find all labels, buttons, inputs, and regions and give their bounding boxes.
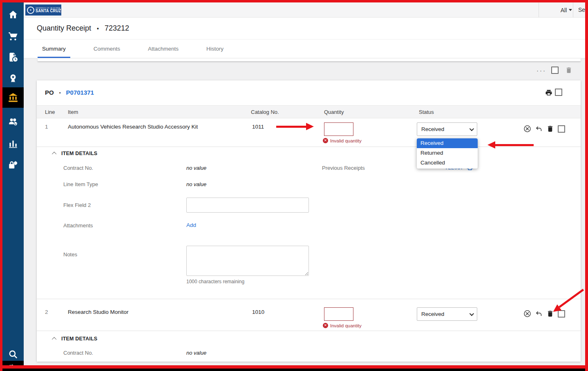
- top-bar: ✦ UNIVERSITY OF CALIFORNIA SANTA CRUZ Al…: [24, 2, 585, 18]
- topbar-divider: [573, 2, 573, 18]
- app-window: ✦ UNIVERSITY OF CALIFORNIA SANTA CRUZ Al…: [0, 0, 588, 371]
- main-navigation-sidebar: [2, 2, 24, 361]
- dropdown-option-received[interactable]: Received: [417, 138, 478, 148]
- chevron-down-icon: [470, 311, 474, 315]
- tab-summary[interactable]: Summary: [38, 40, 70, 58]
- characters-remaining-hint: 1000 characters remaining: [186, 279, 244, 284]
- annotation-arrow-dropdown: [487, 141, 534, 149]
- row1-quantity-error: ✕ Invalid quantity: [323, 138, 362, 143]
- nav-home-icon[interactable]: [2, 6, 24, 24]
- flex-field-2-input[interactable]: [186, 198, 309, 213]
- ucsc-logo[interactable]: ✦ UNIVERSITY OF CALIFORNIA SANTA CRUZ: [25, 4, 61, 16]
- page-header: Quantity Receipt • 723212: [24, 18, 585, 39]
- annotation-border: [0, 365, 588, 369]
- po-number-link[interactable]: P0701371: [66, 89, 94, 96]
- row2-status-select[interactable]: Received: [417, 307, 477, 321]
- item-details-title: ITEM DETAILS: [61, 151, 97, 156]
- contract-no-label: Contract No.: [63, 350, 93, 356]
- row1-item-name: Autonomous Vehicles Research Studio Acce…: [68, 124, 198, 130]
- tab-comments[interactable]: Comments: [89, 40, 125, 58]
- contract-no-label: Contract No.: [63, 165, 93, 171]
- previous-receipts-label: Previous Receipts: [322, 165, 365, 171]
- row1-cancel-line-icon[interactable]: [523, 125, 531, 133]
- row2-cancel-line-icon[interactable]: [523, 310, 531, 318]
- select-all-checkbox[interactable]: [551, 67, 559, 74]
- col-line: Line: [45, 109, 55, 115]
- error-icon: ✕: [323, 323, 328, 328]
- scroll-header-edge: [38, 58, 581, 61]
- notes-textarea[interactable]: [186, 246, 309, 276]
- row2-item-name: Research Studio Monitor: [68, 309, 129, 315]
- row1-return-line-icon[interactable]: [535, 125, 543, 133]
- row1-line-number: 1: [45, 124, 48, 130]
- receipt-toolbar: ···: [0, 66, 585, 76]
- tab-history[interactable]: History: [202, 40, 228, 58]
- row1-catalog-no: 1011: [252, 124, 264, 130]
- row-divider: [37, 299, 581, 299]
- status-dropdown-menu: Received Returned Cancelled: [417, 138, 478, 169]
- ucsc-seal-icon: ✦: [27, 7, 34, 14]
- row1-delete-line-icon[interactable]: [546, 125, 554, 133]
- row2-quantity-error: ✕ Invalid quantity: [323, 323, 362, 328]
- tab-attachments[interactable]: Attachments: [143, 40, 183, 58]
- add-attachment-link[interactable]: Add: [186, 222, 196, 228]
- title-bullet: •: [97, 25, 99, 32]
- col-status: Status: [419, 109, 434, 115]
- nav-orders-icon[interactable]: [2, 48, 24, 66]
- delete-receipt-icon[interactable]: [565, 67, 572, 74]
- annotation-border: [585, 0, 588, 371]
- logo-campus-text: SANTA CRUZ: [36, 9, 61, 13]
- document-number: 723212: [105, 24, 129, 33]
- contract-no-value: no value: [186, 350, 206, 356]
- po-card-header: PO • P0701371: [37, 80, 581, 105]
- print-po-icon[interactable]: [545, 89, 552, 96]
- row2-line-number: 2: [45, 309, 48, 315]
- collapse-chevron-icon[interactable]: [52, 152, 56, 156]
- line-item-type-label: Line Item Type: [63, 181, 98, 187]
- window-bottom-edge: [0, 369, 588, 371]
- po-bullet: •: [59, 90, 61, 95]
- nav-administration-icon[interactable]: [2, 156, 24, 174]
- line-items-table-header: Line Item Catalog No. Quantity Status: [37, 105, 581, 118]
- tab-bar: Summary Comments Attachments History: [24, 39, 585, 58]
- po-label: PO: [45, 89, 54, 96]
- item-details-title: ITEM DETAILS: [61, 336, 97, 342]
- row2-return-line-icon[interactable]: [535, 310, 543, 318]
- po-select-checkbox[interactable]: [555, 89, 562, 96]
- nav-suppliers-icon[interactable]: [2, 113, 24, 131]
- row1-status-select[interactable]: Received: [417, 122, 477, 136]
- collapse-chevron-icon[interactable]: [52, 337, 56, 342]
- search-scope-label: All: [561, 7, 567, 13]
- row2-catalog-no: 1010: [252, 309, 264, 315]
- annotation-arrow-quantity: [276, 123, 314, 130]
- notes-label: Notes: [63, 251, 77, 258]
- search-link[interactable]: Se: [578, 7, 585, 13]
- dropdown-option-cancelled[interactable]: Cancelled: [417, 158, 478, 168]
- chevron-down-icon: [569, 9, 572, 11]
- col-item: Item: [68, 109, 78, 115]
- row1-select-checkbox[interactable]: [558, 125, 565, 133]
- row-divider: [37, 331, 581, 331]
- annotation-border: [0, 0, 588, 2]
- attachments-label: Attachments: [63, 222, 93, 229]
- nav-accounts-payable-icon[interactable]: [2, 87, 24, 108]
- contract-no-value: no value: [186, 165, 206, 171]
- nav-contracts-award-icon[interactable]: [2, 69, 24, 87]
- annotation-border: [0, 0, 2, 371]
- page-title: Quantity Receipt: [37, 24, 91, 33]
- more-actions-icon[interactable]: ···: [537, 67, 546, 74]
- line-item-type-value: no value: [186, 181, 206, 187]
- chevron-down-icon: [470, 126, 474, 131]
- row2-quantity-input[interactable]: [324, 307, 353, 321]
- row1-quantity-input[interactable]: [324, 122, 353, 136]
- nav-shopping-cart-icon[interactable]: [2, 27, 24, 45]
- topbar-divider: [539, 2, 539, 18]
- dropdown-option-returned[interactable]: Returned: [417, 148, 478, 158]
- error-icon: ✕: [323, 138, 328, 143]
- col-quantity: Quantity: [324, 109, 344, 115]
- flex-field-2-label: Flex Field 2: [63, 202, 91, 208]
- col-catalog: Catalog No.: [251, 109, 279, 115]
- nav-reporting-icon[interactable]: [2, 135, 24, 153]
